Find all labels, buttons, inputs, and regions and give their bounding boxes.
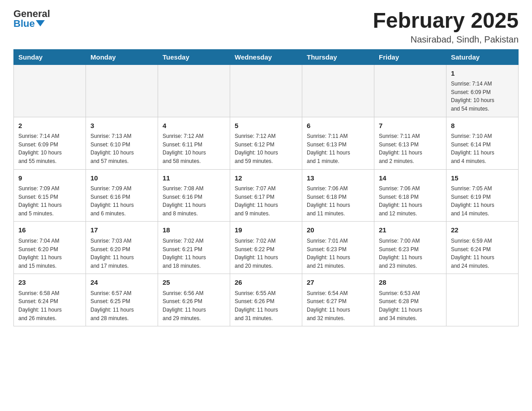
- day-number: 19: [235, 225, 297, 235]
- logo-general-text: General: [13, 9, 50, 19]
- day-info: Sunrise: 6:57 AMSunset: 6:25 PMDaylight:…: [90, 289, 153, 322]
- table-row: 15Sunrise: 7:05 AMSunset: 6:19 PMDayligh…: [446, 169, 519, 222]
- calendar-table: Sunday Monday Tuesday Wednesday Thursday…: [13, 49, 519, 326]
- table-row: 22Sunrise: 6:59 AMSunset: 6:24 PMDayligh…: [446, 222, 519, 274]
- calendar-week-row: 2Sunrise: 7:14 AMSunset: 6:09 PMDaylight…: [14, 117, 519, 169]
- day-number: 12: [235, 173, 297, 184]
- day-number: 13: [307, 173, 369, 184]
- logo-triangle-icon: [36, 20, 45, 26]
- logo: General Blue: [13, 9, 50, 29]
- day-number: 4: [163, 121, 225, 131]
- table-row: 28Sunrise: 6:53 AMSunset: 6:28 PMDayligh…: [374, 274, 446, 326]
- day-info: Sunrise: 6:53 AMSunset: 6:28 PMDaylight:…: [379, 289, 442, 322]
- table-row: 11Sunrise: 7:08 AMSunset: 6:16 PMDayligh…: [158, 169, 230, 222]
- table-row: 1Sunrise: 7:14 AMSunset: 6:09 PMDaylight…: [446, 64, 519, 117]
- table-row: 8Sunrise: 7:10 AMSunset: 6:14 PMDaylight…: [446, 117, 519, 169]
- weekday-header-row: Sunday Monday Tuesday Wednesday Thursday…: [14, 49, 519, 64]
- day-info: Sunrise: 7:06 AMSunset: 6:18 PMDaylight:…: [307, 184, 369, 218]
- day-info: Sunrise: 7:02 AMSunset: 6:21 PMDaylight:…: [163, 237, 225, 270]
- day-info: Sunrise: 7:02 AMSunset: 6:22 PMDaylight:…: [235, 237, 297, 270]
- day-number: 25: [163, 278, 225, 288]
- day-number: 8: [451, 121, 514, 131]
- calendar-week-row: 9Sunrise: 7:09 AMSunset: 6:15 PMDaylight…: [14, 169, 519, 222]
- table-row: 14Sunrise: 7:06 AMSunset: 6:18 PMDayligh…: [374, 169, 446, 222]
- calendar-week-row: 16Sunrise: 7:04 AMSunset: 6:20 PMDayligh…: [14, 222, 519, 274]
- day-number: 26: [235, 278, 297, 288]
- day-number: 24: [90, 278, 153, 288]
- day-info: Sunrise: 7:04 AMSunset: 6:20 PMDaylight:…: [18, 237, 81, 270]
- table-row: 26Sunrise: 6:55 AMSunset: 6:26 PMDayligh…: [230, 274, 302, 326]
- day-info: Sunrise: 7:01 AMSunset: 6:23 PMDaylight:…: [307, 237, 369, 270]
- day-number: 9: [18, 173, 81, 184]
- header-saturday: Saturday: [446, 49, 519, 64]
- day-info: Sunrise: 7:00 AMSunset: 6:23 PMDaylight:…: [379, 237, 442, 270]
- table-row: 16Sunrise: 7:04 AMSunset: 6:20 PMDayligh…: [14, 222, 86, 274]
- day-info: Sunrise: 7:06 AMSunset: 6:18 PMDaylight:…: [379, 184, 442, 218]
- day-number: 18: [163, 225, 225, 235]
- table-row: 18Sunrise: 7:02 AMSunset: 6:21 PMDayligh…: [158, 222, 230, 274]
- day-number: 14: [379, 173, 442, 184]
- day-number: 28: [379, 278, 442, 288]
- table-row: 21Sunrise: 7:00 AMSunset: 6:23 PMDayligh…: [374, 222, 446, 274]
- day-info: Sunrise: 7:10 AMSunset: 6:14 PMDaylight:…: [451, 132, 514, 165]
- day-info: Sunrise: 7:09 AMSunset: 6:16 PMDaylight:…: [90, 184, 153, 218]
- day-info: Sunrise: 7:14 AMSunset: 6:09 PMDaylight:…: [18, 132, 81, 165]
- day-info: Sunrise: 6:59 AMSunset: 6:24 PMDaylight:…: [451, 237, 514, 270]
- table-row: 3Sunrise: 7:13 AMSunset: 6:10 PMDaylight…: [86, 117, 158, 169]
- table-row: [446, 274, 519, 326]
- header-wednesday: Wednesday: [230, 49, 302, 64]
- day-number: 5: [235, 121, 297, 131]
- table-row: [230, 64, 302, 117]
- day-info: Sunrise: 7:12 AMSunset: 6:12 PMDaylight:…: [235, 132, 297, 165]
- table-row: [374, 64, 446, 117]
- day-number: 6: [307, 121, 369, 131]
- day-info: Sunrise: 7:05 AMSunset: 6:19 PMDaylight:…: [451, 184, 514, 218]
- calendar-title: February 2025: [373, 9, 519, 33]
- day-info: Sunrise: 7:03 AMSunset: 6:20 PMDaylight:…: [90, 237, 153, 270]
- table-row: 17Sunrise: 7:03 AMSunset: 6:20 PMDayligh…: [86, 222, 158, 274]
- header-sunday: Sunday: [14, 49, 86, 64]
- day-number: 22: [451, 225, 514, 235]
- header-tuesday: Tuesday: [158, 49, 230, 64]
- calendar-week-row: 1Sunrise: 7:14 AMSunset: 6:09 PMDaylight…: [14, 64, 519, 117]
- table-row: 24Sunrise: 6:57 AMSunset: 6:25 PMDayligh…: [86, 274, 158, 326]
- logo-blue-text: Blue: [13, 19, 45, 29]
- day-number: 2: [18, 121, 81, 131]
- day-info: Sunrise: 7:11 AMSunset: 6:13 PMDaylight:…: [307, 132, 369, 165]
- page-header: General Blue February 2025 Nasirabad, Si…: [13, 9, 519, 45]
- day-number: 15: [451, 173, 514, 184]
- day-number: 10: [90, 173, 153, 184]
- table-row: 23Sunrise: 6:58 AMSunset: 6:24 PMDayligh…: [14, 274, 86, 326]
- day-number: 7: [379, 121, 442, 131]
- table-row: 12Sunrise: 7:07 AMSunset: 6:17 PMDayligh…: [230, 169, 302, 222]
- day-number: 3: [90, 121, 153, 131]
- table-row: [158, 64, 230, 117]
- table-row: [302, 64, 374, 117]
- table-row: 2Sunrise: 7:14 AMSunset: 6:09 PMDaylight…: [14, 117, 86, 169]
- table-row: 7Sunrise: 7:11 AMSunset: 6:13 PMDaylight…: [374, 117, 446, 169]
- table-row: 25Sunrise: 6:56 AMSunset: 6:26 PMDayligh…: [158, 274, 230, 326]
- day-number: 27: [307, 278, 369, 288]
- day-number: 20: [307, 225, 369, 235]
- day-info: Sunrise: 7:12 AMSunset: 6:11 PMDaylight:…: [163, 132, 225, 165]
- table-row: 27Sunrise: 6:54 AMSunset: 6:27 PMDayligh…: [302, 274, 374, 326]
- day-info: Sunrise: 7:11 AMSunset: 6:13 PMDaylight:…: [379, 132, 442, 165]
- table-row: [14, 64, 86, 117]
- table-row: 20Sunrise: 7:01 AMSunset: 6:23 PMDayligh…: [302, 222, 374, 274]
- header-friday: Friday: [374, 49, 446, 64]
- table-row: 9Sunrise: 7:09 AMSunset: 6:15 PMDaylight…: [14, 169, 86, 222]
- day-number: 1: [451, 68, 514, 79]
- header-monday: Monday: [86, 49, 158, 64]
- day-info: Sunrise: 7:08 AMSunset: 6:16 PMDaylight:…: [163, 184, 225, 218]
- day-number: 23: [18, 278, 81, 288]
- table-row: [86, 64, 158, 117]
- table-row: 13Sunrise: 7:06 AMSunset: 6:18 PMDayligh…: [302, 169, 374, 222]
- day-info: Sunrise: 7:09 AMSunset: 6:15 PMDaylight:…: [18, 184, 81, 218]
- day-info: Sunrise: 6:58 AMSunset: 6:24 PMDaylight:…: [18, 289, 81, 322]
- table-row: 5Sunrise: 7:12 AMSunset: 6:12 PMDaylight…: [230, 117, 302, 169]
- day-info: Sunrise: 6:56 AMSunset: 6:26 PMDaylight:…: [163, 289, 225, 322]
- day-number: 21: [379, 225, 442, 235]
- day-info: Sunrise: 6:54 AMSunset: 6:27 PMDaylight:…: [307, 289, 369, 322]
- day-number: 17: [90, 225, 153, 235]
- title-block: February 2025 Nasirabad, Sindh, Pakistan: [373, 9, 519, 45]
